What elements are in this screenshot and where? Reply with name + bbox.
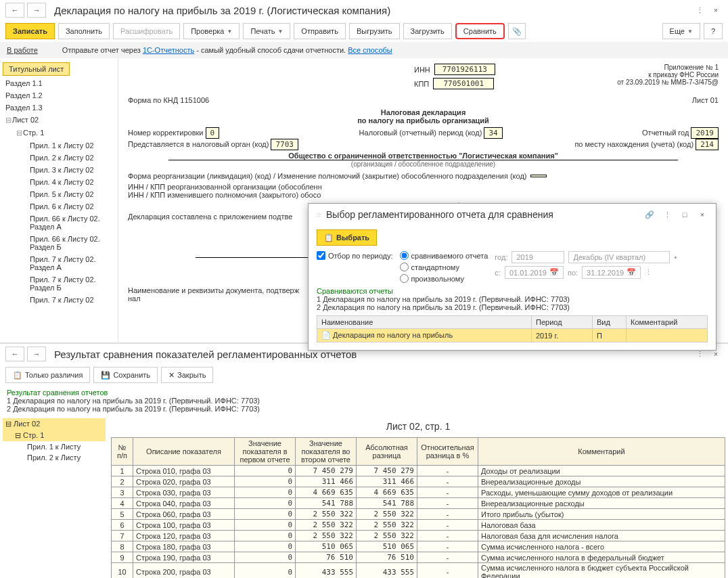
tree-item[interactable]: Прил. 66 к Листу 02. Раздел А [0, 213, 118, 233]
table-row[interactable]: 10Строка 200, графа 030433 555433 555-Су… [112, 563, 725, 579]
nav-back-2[interactable]: ← [5, 347, 24, 361]
year-box[interactable]: 2019 [511, 251, 564, 263]
org-field[interactable]: 7703 [271, 139, 298, 150]
result-close-button[interactable]: ✕ Закрыть [161, 367, 213, 383]
appendix-info: Приложение № 1 к приказу ФНС России от 2… [590, 64, 719, 92]
star-icon[interactable]: ☆ [315, 210, 322, 219]
corr-field[interactable]: 0 [206, 127, 220, 139]
filter-check[interactable] [317, 251, 325, 260]
tree-item[interactable]: Прил. 66 к Листу 02. Раздел Б [0, 233, 118, 253]
tree-item[interactable]: Прил. 2 к Листу 02 [0, 152, 118, 164]
select-button[interactable]: 📋 Выбрать [317, 229, 377, 246]
tree-item[interactable]: ⊟ Лист 02 [3, 418, 106, 430]
tree-item[interactable]: Титульный лист [3, 62, 70, 76]
attachment-icon[interactable]: 📎 [508, 23, 526, 39]
page-title: Декларация по налогу на прибыль за 2019 … [54, 5, 390, 16]
methods-link[interactable]: Все способы [348, 46, 392, 54]
info-bar: В работе Отправьте отчет через 1С-Отчетн… [0, 42, 728, 58]
load-button[interactable]: Загрузить [403, 23, 452, 39]
table-row[interactable]: 4Строка 040, графа 030541 788541 788-Вне… [112, 498, 725, 509]
close-icon[interactable]: × [696, 208, 709, 221]
tree-item[interactable]: Прил. 4 к Листу 02 [0, 176, 118, 188]
tree-item[interactable]: Прил. 7 к Листу 02 [0, 294, 118, 306]
tree-item[interactable]: Раздел 1.1 [0, 77, 118, 89]
section-tree: Титульный листРаздел 1.1Раздел 1.2Раздел… [0, 58, 118, 342]
tree-item[interactable]: Раздел 1.3 [0, 102, 118, 114]
result-tree: ⊟ Лист 02 ⊟ Стр. 1 Прил. 1 к Листу Прил.… [0, 416, 108, 578]
modal-table: НаименованиеПериодВидКомментарий 📄 Декла… [317, 315, 708, 342]
month-box[interactable]: Декабрь (IV квартал) [568, 251, 670, 263]
maximize-icon[interactable]: □ [678, 208, 691, 221]
tree-item[interactable]: Раздел 1.2 [0, 89, 118, 102]
table-row[interactable]: 1Строка 010, графа 0307 450 2797 450 279… [112, 466, 725, 476]
tree-item[interactable]: ⊟Стр. 1 [0, 127, 118, 139]
nav-back[interactable]: ← [5, 3, 24, 18]
tree-item[interactable]: Прил. 3 к Листу 02 [0, 164, 118, 176]
radio-standard[interactable] [400, 263, 409, 271]
diff-button[interactable]: 📋 Только различия [5, 367, 90, 383]
upload-button[interactable]: Выгрузить [349, 23, 400, 39]
tree-item[interactable]: Прил. 7 к Листу 02. Раздел А [0, 253, 118, 273]
compare-button[interactable]: Сравнить [455, 23, 505, 39]
radio-custom[interactable] [400, 274, 409, 283]
fill-button[interactable]: Заполнить [58, 23, 110, 39]
chevron-down-icon: ▼ [227, 28, 232, 35]
table-row[interactable]: 9Строка 190, графа 03076 51076 510-Сумма… [112, 552, 725, 563]
tree-item[interactable]: Прил. 6 к Листу 02 [0, 200, 118, 213]
more-icon[interactable]: ⋮ [693, 3, 706, 17]
table-row[interactable]: 7Строка 120, графа 0302 550 3222 550 322… [112, 531, 725, 541]
1c-link[interactable]: 1С-Отчетность [143, 46, 194, 54]
comparison-table: № п/пОписание показателяЗначение показат… [111, 437, 725, 578]
link-icon[interactable]: 🔗 [643, 208, 656, 221]
check-button[interactable]: Проверка▼ [183, 23, 240, 39]
table-row[interactable]: 3Строка 030, графа 0304 669 6354 669 635… [112, 487, 725, 498]
result-save-button[interactable]: 💾 Сохранить [93, 367, 158, 383]
more-button[interactable]: Еще▼ [662, 23, 700, 39]
tree-item[interactable]: ⊟ Стр. 1 [3, 430, 106, 441]
period-field[interactable]: 34 [484, 127, 502, 139]
close-icon[interactable]: × [709, 3, 723, 17]
decode-button: Расшифровать [113, 23, 180, 39]
print-button[interactable]: Печать▼ [243, 23, 290, 39]
table-row[interactable]: 8Строка 180, графа 030510 065510 065-Сум… [112, 541, 725, 552]
table-row[interactable]: 6Строка 100, графа 0302 550 3222 550 322… [112, 520, 725, 531]
tree-item[interactable]: Прил. 7 к Листу 02. Раздел Б [0, 273, 118, 294]
year-field[interactable]: 2019 [691, 127, 719, 139]
tree-item[interactable]: Прил. 2 к Листу [3, 452, 106, 463]
table-row[interactable]: 5Строка 060, графа 0302 550 3222 550 322… [112, 509, 725, 520]
loc-field[interactable]: 214 [696, 139, 719, 150]
help-button[interactable]: ? [704, 23, 723, 39]
tree-item[interactable]: ⊟Лист 02 [0, 114, 118, 127]
inn-field[interactable]: 7701926113 [434, 64, 495, 75]
send-button[interactable]: Отправить [294, 23, 346, 39]
reorg-field[interactable] [530, 175, 547, 177]
table-row[interactable]: 2Строка 020, графа 030311 466311 466-Вне… [112, 476, 725, 487]
chevron-down-icon: ▼ [277, 28, 283, 35]
from-date[interactable]: 01.01.2019 📅 [505, 266, 564, 279]
tree-item[interactable]: Прил. 1 к Листу [3, 441, 106, 452]
save-button[interactable]: Записать [5, 23, 55, 39]
chevron-down-icon: ▼ [687, 28, 693, 35]
tree-item[interactable]: Прил. 5 к Листу 02 [0, 188, 118, 200]
more-icon[interactable]: ⋮ [660, 208, 674, 221]
kpp-field[interactable]: 770501001 [433, 78, 494, 89]
table-row[interactable]: 📄 Декларация по налогу на прибыль2019 г.… [317, 329, 708, 342]
status-link[interactable]: В работе [7, 46, 38, 54]
tree-item[interactable]: Прил. 1 к Листу 02 [0, 139, 118, 152]
radio-compared[interactable] [400, 251, 409, 260]
compare-modal: ☆ Выбор регламентированного отчета для с… [308, 203, 716, 351]
nav-forward-2[interactable]: → [27, 347, 46, 361]
to-date[interactable]: 31.12.2019 📅 [582, 266, 641, 279]
nav-forward[interactable]: → [27, 3, 46, 18]
